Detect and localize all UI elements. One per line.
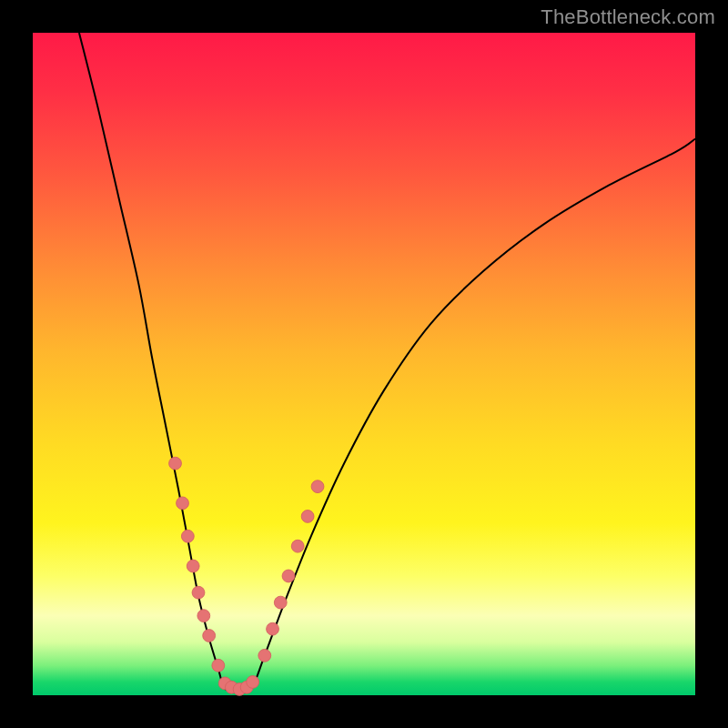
bottleneck-curve <box>79 33 695 693</box>
data-point-marker <box>301 511 314 523</box>
data-point-marker <box>282 570 295 582</box>
curve-group <box>79 33 695 693</box>
data-point-marker <box>274 596 287 609</box>
data-point-marker <box>247 676 259 689</box>
data-point-marker <box>212 659 225 672</box>
data-point-marker <box>258 649 271 662</box>
data-point-marker <box>169 457 182 470</box>
watermark-text: TheBottleneck.com <box>541 5 715 29</box>
data-point-marker <box>203 630 216 642</box>
data-point-marker <box>177 497 189 510</box>
outer-frame: TheBottleneck.com <box>0 0 728 728</box>
plot-area <box>33 33 695 695</box>
marker-group <box>169 457 324 695</box>
data-point-marker <box>311 480 324 493</box>
data-point-marker <box>197 610 210 622</box>
data-point-marker <box>181 530 194 542</box>
data-point-marker <box>267 622 279 635</box>
chart-svg <box>33 33 695 695</box>
data-point-marker <box>187 560 199 572</box>
data-point-marker <box>192 586 205 599</box>
data-point-marker <box>291 540 304 552</box>
